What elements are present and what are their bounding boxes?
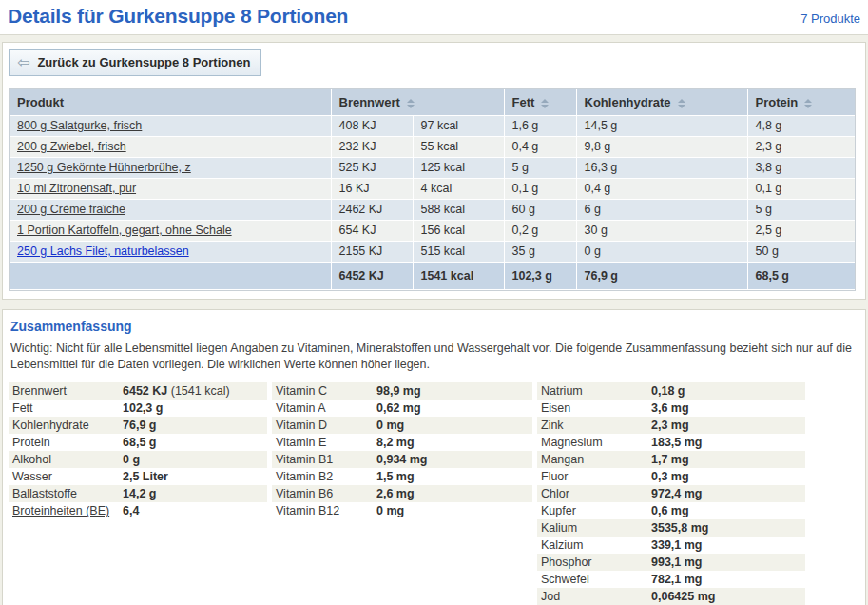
summary-value-main: 0,62 mg	[376, 401, 421, 415]
cell-protein: 0,1 g	[747, 179, 855, 200]
column-header-protein-label: Protein	[756, 95, 799, 109]
cell-protein: 3,8 g	[747, 158, 855, 179]
summary-row: Phosphor 993,1 mg	[537, 554, 805, 571]
summary-value-main: 2,6 mg	[376, 487, 415, 500]
sort-icon-kohlenhydrate[interactable]	[678, 99, 685, 108]
summary-panel: Zusammenfassung Wichtig: Nicht für alle …	[2, 309, 866, 605]
summary-value-main: 76,9 g	[123, 419, 156, 432]
summary-row-value: 2,6 mg	[376, 487, 415, 500]
sort-icon-protein[interactable]	[804, 99, 812, 108]
cell-produkt: 800 g Salatgurke, frisch	[10, 116, 331, 137]
summary-value-main: 183,5 mg	[651, 436, 703, 449]
cell-brennwert-kcal: 55 kcal	[413, 137, 504, 158]
back-button-label: Zurück zu Gurkensuppe 8 Portionen	[37, 55, 250, 69]
summary-row-value: 1,7 mg	[651, 453, 689, 466]
cell-brennwert-kcal: 515 kcal	[413, 242, 504, 263]
summary-row: Vitamin B12 0 mg	[272, 502, 532, 519]
summary-row: Natrium 0,18 g	[537, 382, 805, 400]
summary-row: Vitamin B1 0,934 mg	[272, 451, 532, 468]
total-cell-empty	[10, 263, 331, 290]
cell-brennwert-kcal: 97 kcal	[413, 116, 504, 137]
summary-row-label: Magnesium	[541, 436, 651, 449]
summary-row: Magnesium 183,5 mg	[537, 434, 805, 451]
column-header-fett[interactable]: Fett	[504, 89, 576, 116]
summary-row-label: Alkohol	[12, 453, 123, 466]
column-header-kohlenhydrate[interactable]: Kohlenhydrate	[576, 89, 747, 116]
summary-row-value: 1,5 mg	[376, 470, 415, 483]
summary-row-label: Schwefel	[541, 573, 651, 586]
summary-row-label: Kupfer	[541, 504, 651, 517]
product-link[interactable]: 200 g Zwiebel, frisch	[17, 140, 126, 153]
column-header-brennwert-label: Brennwert	[339, 95, 400, 109]
cell-fett: 0,2 g	[504, 221, 576, 242]
summary-row-label: Protein	[12, 436, 123, 449]
summary-value-main: 1,5 mg	[376, 470, 415, 483]
sort-icon-brennwert[interactable]	[407, 99, 415, 108]
summary-row: Vitamin B2 1,5 mg	[272, 468, 532, 485]
summary-row-label: Vitamin E	[276, 436, 376, 449]
product-link[interactable]: 1 Portion Kartoffeln, gegart, ohne Schal…	[17, 224, 232, 237]
summary-value-main: 3,6 mg	[651, 401, 689, 415]
summary-value-main: 68,5 g	[123, 436, 156, 449]
product-link[interactable]: 800 g Salatgurke, frisch	[17, 119, 142, 132]
summary-row-label: Vitamin B12	[276, 504, 376, 517]
summary-row-label: Brennwert	[12, 384, 123, 398]
cell-kohlenhydrate: 14,5 g	[576, 116, 747, 137]
summary-row-value: 0 g	[123, 453, 140, 466]
sort-icon-fett[interactable]	[541, 99, 549, 108]
summary-value-main: 0 g	[123, 453, 140, 466]
summary-value-main: 102,3 g	[123, 401, 163, 415]
summary-row-label: Vitamin B2	[276, 470, 376, 483]
cell-brennwert-kj: 525 KJ	[331, 158, 413, 179]
summary-row-value: 76,9 g	[123, 419, 156, 432]
summary-row-value: 14,2 g	[123, 487, 156, 500]
summary-column-minerals: Natrium 0,18 g Eisen 3,6 mg Zink 2,3 mg …	[537, 382, 805, 605]
cell-fett: 5 g	[504, 158, 576, 179]
table-row: 200 g Crème fraîche 2462 KJ 588 kcal 60 …	[10, 200, 855, 221]
summary-value-main: 0 mg	[376, 504, 404, 517]
summary-row-value: 0,6 mg	[651, 504, 689, 517]
cell-kohlenhydrate: 6 g	[576, 200, 747, 221]
summary-row: Vitamin B6 2,6 mg	[272, 485, 532, 502]
summary-row: Vitamin A 0,62 mg	[272, 400, 532, 417]
cell-protein: 2,3 g	[747, 137, 855, 158]
table-row: 1 Portion Kartoffeln, gegart, ohne Schal…	[10, 221, 855, 242]
summary-row-value: 68,5 g	[123, 436, 156, 449]
summary-row-value: 2,3 mg	[651, 419, 689, 432]
product-link[interactable]: 10 ml Zitronensaft, pur	[17, 182, 136, 195]
table-row: 800 g Salatgurke, frisch 408 KJ 97 kcal …	[10, 116, 855, 137]
table-row: 1250 g Gekörnte Hühnerbrühe, z 525 KJ 12…	[10, 158, 855, 179]
cell-fett: 60 g	[504, 200, 576, 221]
column-header-brennwert[interactable]: Brennwert	[331, 89, 504, 116]
cell-protein: 4,8 g	[747, 116, 855, 137]
summary-row-label: Natrium	[541, 384, 651, 398]
column-header-protein[interactable]: Protein	[747, 89, 855, 116]
cell-brennwert-kj: 16 KJ	[331, 179, 413, 200]
cell-produkt: 200 g Crème fraîche	[10, 200, 331, 221]
summary-value-main: 14,2 g	[123, 487, 156, 500]
summary-row-value: 0,06425 mg	[651, 590, 715, 603]
summary-row: Vitamin D 0 mg	[272, 417, 532, 434]
summary-row-label: Phosphor	[541, 556, 651, 569]
summary-row: Broteinheiten (BE) 6,4	[9, 502, 267, 519]
back-button[interactable]: ⇦ Zurück zu Gurkensuppe 8 Portionen	[9, 49, 261, 76]
summary-value-main: 0,934 mg	[376, 453, 428, 466]
total-cell-fett: 102,3 g	[504, 263, 576, 290]
summary-row-value: 0,62 mg	[376, 401, 421, 415]
summary-row: Protein 68,5 g	[9, 434, 267, 451]
summary-row-value: 8,2 mg	[376, 436, 415, 449]
table-row: 200 g Zwiebel, frisch 232 KJ 55 kcal 0,4…	[10, 137, 855, 158]
product-link[interactable]: 1250 g Gekörnte Hühnerbrühe, z	[17, 161, 191, 174]
cell-fett: 0,1 g	[504, 179, 576, 200]
summary-value-main: 972,4 mg	[651, 487, 703, 500]
summary-row-value: 2,5 Liter	[123, 470, 168, 483]
product-link[interactable]: 200 g Crème fraîche	[17, 203, 125, 216]
products-count: 7 Produkte	[800, 11, 860, 26]
summary-row: Kalzium 339,1 mg	[537, 537, 805, 554]
total-cell-kcal: 1541 kcal	[413, 263, 504, 290]
summary-row-label: Zink	[541, 419, 651, 432]
product-link[interactable]: 250 g Lachs Filet, naturbelassen	[17, 244, 189, 258]
cell-kohlenhydrate: 0 g	[576, 242, 747, 263]
summary-value-main: 0,06425 mg	[651, 590, 715, 603]
summary-row-value: 993,1 mg	[651, 556, 703, 569]
